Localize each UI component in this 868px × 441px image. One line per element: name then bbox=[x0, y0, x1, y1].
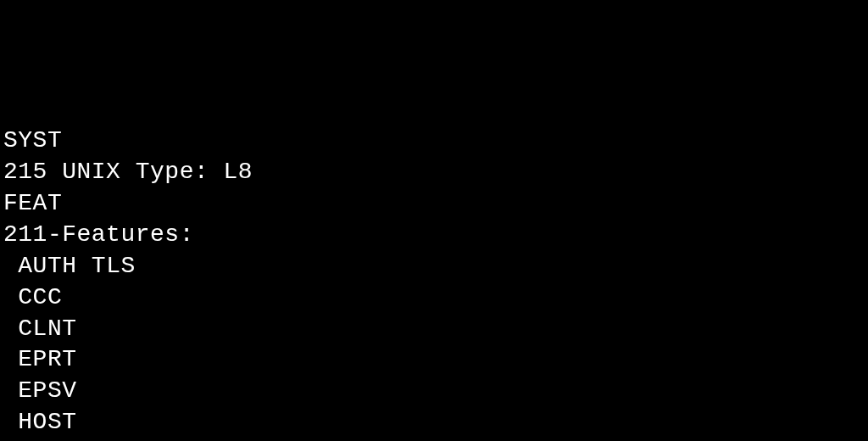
terminal-line: HOST bbox=[3, 409, 77, 435]
terminal-line: CCC bbox=[3, 284, 62, 310]
terminal-line: EPRT bbox=[3, 346, 77, 372]
terminal-line: EPSV bbox=[3, 377, 77, 404]
terminal-line: AUTH TLS bbox=[3, 253, 136, 279]
terminal-line: CLNT bbox=[3, 315, 77, 342]
terminal-line: SYST bbox=[3, 127, 62, 154]
terminal-line: FEAT bbox=[3, 190, 62, 216]
terminal-output: SYST 215 UNIX Type: L8 FEAT 211-Features… bbox=[3, 126, 865, 441]
terminal-line: 211-Features: bbox=[3, 221, 194, 248]
terminal-line: 215 UNIX Type: L8 bbox=[3, 159, 253, 185]
